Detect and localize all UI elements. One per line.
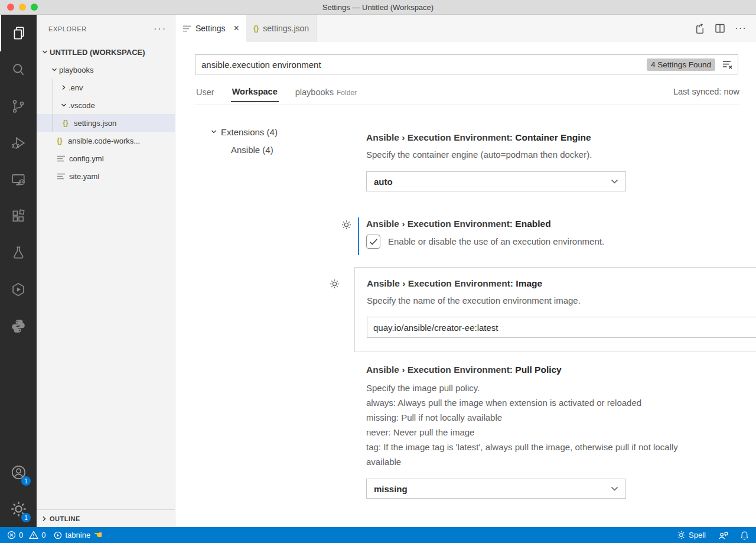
explorer-more-actions-icon[interactable]: ··· bbox=[154, 24, 167, 34]
feedback-icon[interactable] bbox=[718, 531, 728, 540]
modified-indicator bbox=[358, 217, 359, 255]
run-debug-icon[interactable] bbox=[0, 125, 37, 161]
tree-item-config-yml[interactable]: config.yml bbox=[37, 149, 175, 167]
setting-hover-box: Ansible › Execution Environment: Image S… bbox=[354, 267, 756, 352]
explorer-icon[interactable] bbox=[0, 15, 37, 51]
hexagon-play-icon[interactable] bbox=[0, 271, 37, 308]
more-actions-icon[interactable]: ··· bbox=[735, 22, 747, 34]
setting-name: Image bbox=[516, 278, 542, 288]
warning-icon bbox=[29, 531, 38, 539]
setting-gear-icon[interactable] bbox=[330, 279, 340, 289]
description-line: Specify the image pull policy. bbox=[366, 381, 712, 395]
tab-strip: Settings × {} settings.json ··· bbox=[175, 15, 756, 42]
file-tree: UNTITLED (WORKSPACE) playbooks .env .vsc… bbox=[37, 43, 175, 185]
setting-title: Ansible › Execution Environment: Pull Po… bbox=[366, 365, 756, 375]
settings-search-input[interactable] bbox=[201, 60, 647, 70]
outline-section-header[interactable]: OUTLINE bbox=[37, 509, 175, 527]
setting-name: Enabled bbox=[515, 219, 550, 229]
chevron-right-icon bbox=[41, 516, 47, 522]
check-icon bbox=[369, 238, 378, 245]
split-editor-icon[interactable] bbox=[715, 23, 725, 34]
indent-guide bbox=[53, 79, 53, 132]
scope-tab-folder[interactable]: playbooksFolder bbox=[294, 82, 358, 102]
setting-description: Specify the name of the execution enviro… bbox=[367, 294, 712, 307]
pull-policy-select[interactable]: missing bbox=[366, 479, 626, 499]
account-badge: 1 bbox=[21, 476, 31, 486]
description-line: missing: Pull if not locally available bbox=[366, 410, 712, 425]
activity-bar: 1 1 bbox=[0, 15, 37, 527]
tree-item-ansible-code-workspace[interactable]: {} ansible.code-works... bbox=[37, 132, 175, 149]
search-icon[interactable] bbox=[0, 51, 37, 88]
remote-explorer-icon[interactable] bbox=[0, 161, 37, 198]
yaml-file-icon bbox=[56, 173, 66, 180]
chevron-right-icon bbox=[59, 83, 69, 92]
yaml-file-icon bbox=[56, 155, 66, 162]
toc-label: Ansible (4) bbox=[231, 145, 273, 155]
setting-description: Specify the container engine (auto=podma… bbox=[366, 148, 712, 161]
scope-tab-user[interactable]: User bbox=[195, 82, 216, 102]
chevron-down-icon bbox=[209, 127, 219, 136]
outline-label: OUTLINE bbox=[50, 515, 80, 522]
setting-image: Ansible › Execution Environment: Image S… bbox=[366, 267, 756, 352]
tree-item-label: .vscode bbox=[69, 101, 95, 110]
json-file-icon: {} bbox=[54, 136, 65, 145]
spell-status-item[interactable]: Spell bbox=[677, 531, 706, 539]
setting-category: Ansible › Execution Environment: bbox=[366, 132, 515, 142]
tree-item-workspace-root[interactable]: UNTITLED (WORKSPACE) bbox=[37, 43, 175, 61]
json-file-icon: {} bbox=[253, 24, 259, 32]
tab-settings[interactable]: Settings × bbox=[175, 15, 246, 42]
scope-tab-workspace[interactable]: Workspace bbox=[231, 81, 279, 102]
tabnine-status-item[interactable]: tabnine ☚ bbox=[54, 530, 102, 540]
chevron-down-icon bbox=[59, 100, 69, 110]
open-settings-json-icon[interactable] bbox=[694, 23, 705, 34]
enabled-checkbox[interactable] bbox=[366, 235, 380, 249]
explorer-sidebar: EXPLORER ··· UNTITLED (WORKSPACE) playbo… bbox=[37, 15, 175, 527]
clear-filters-icon[interactable] bbox=[721, 59, 734, 70]
scope-folder-suffix: Folder bbox=[337, 89, 357, 97]
notifications-bell-icon[interactable] bbox=[740, 531, 749, 540]
tree-item-env[interactable]: .env bbox=[37, 79, 175, 96]
tab-label: settings.json bbox=[263, 24, 309, 33]
json-file-icon: {} bbox=[60, 119, 71, 127]
setting-description: Specify the image pull policy. always: A… bbox=[366, 381, 712, 469]
error-icon bbox=[7, 531, 16, 539]
setting-title: Ansible › Execution Environment: Contain… bbox=[366, 132, 756, 143]
settings-toc: Extensions (4) Ansible (4) bbox=[175, 105, 346, 499]
toc-ansible[interactable]: Ansible (4) bbox=[209, 141, 346, 158]
testing-icon[interactable] bbox=[0, 235, 37, 271]
description-line: tag: If the image tag is 'latest', alway… bbox=[366, 440, 712, 469]
setting-enabled: Ansible › Execution Environment: Enabled… bbox=[366, 219, 756, 249]
extensions-icon[interactable] bbox=[0, 198, 37, 235]
editor-area: Settings × {} settings.json ··· 4 Settin… bbox=[175, 15, 756, 527]
toc-label: Extensions (4) bbox=[221, 127, 278, 137]
image-text-input[interactable] bbox=[367, 317, 756, 338]
settings-editor: 4 Settings Found User Workspace playbook… bbox=[175, 42, 756, 527]
description-line: always: Always pull the image when exten… bbox=[366, 395, 712, 410]
sidebar-title: EXPLORER bbox=[48, 25, 87, 32]
toc-extensions[interactable]: Extensions (4) bbox=[209, 123, 346, 141]
tree-item-vscode[interactable]: .vscode bbox=[37, 96, 175, 114]
close-tab-icon[interactable]: × bbox=[234, 24, 239, 33]
problems-indicator[interactable]: 0 0 bbox=[7, 531, 45, 539]
select-value: auto bbox=[374, 177, 393, 187]
chevron-down-icon bbox=[40, 47, 50, 57]
tree-item-label: settings.json bbox=[74, 119, 116, 128]
tree-item-settings-json[interactable]: {} settings.json bbox=[37, 114, 175, 132]
container-engine-select[interactable]: auto bbox=[366, 171, 626, 191]
tree-item-site-yaml[interactable]: site.yaml bbox=[37, 167, 175, 185]
setting-gear-icon[interactable] bbox=[341, 220, 351, 230]
setting-category: Ansible › Execution Environment: bbox=[366, 365, 515, 375]
tab-settings-json[interactable]: {} settings.json bbox=[246, 15, 317, 42]
chevron-down-icon bbox=[611, 179, 618, 184]
manage-gear-icon[interactable]: 1 bbox=[0, 490, 37, 527]
tree-item-playbooks[interactable]: playbooks bbox=[37, 61, 175, 79]
account-icon[interactable]: 1 bbox=[0, 454, 37, 490]
scope-tabs: User Workspace playbooksFolder Last sync… bbox=[195, 78, 739, 105]
setting-pull-policy: Ansible › Execution Environment: Pull Po… bbox=[366, 365, 756, 499]
setting-category: Ansible › Execution Environment: bbox=[367, 278, 516, 288]
scope-folder-label: playbooks bbox=[295, 87, 334, 97]
setting-category: Ansible › Execution Environment: bbox=[366, 219, 515, 229]
settings-list: Ansible › Execution Environment: Contain… bbox=[346, 105, 756, 499]
source-control-icon[interactable] bbox=[0, 88, 37, 125]
python-icon[interactable] bbox=[0, 308, 37, 344]
